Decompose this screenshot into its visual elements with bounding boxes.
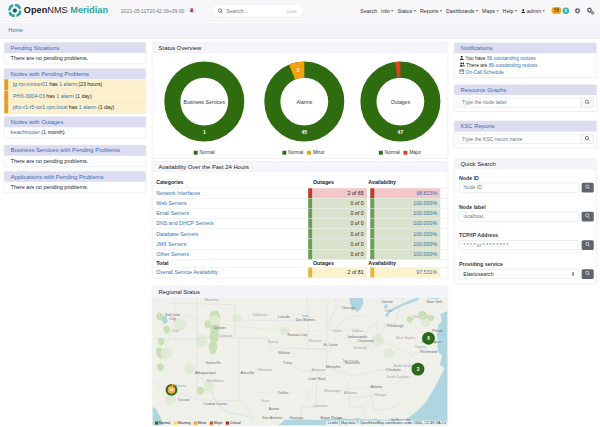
svg-text:Des Moines: Des Moines bbox=[296, 318, 316, 322]
svg-text:Tulsa: Tulsa bbox=[283, 361, 293, 365]
svg-text:Cincinnati: Cincinnati bbox=[357, 339, 373, 343]
svg-text:Georgia: Georgia bbox=[375, 393, 387, 397]
svg-text:47: 47 bbox=[398, 129, 404, 135]
svg-text:Little Rock: Little Rock bbox=[309, 377, 326, 381]
svg-text:45: 45 bbox=[301, 129, 307, 135]
svg-text:Indianapolis: Indianapolis bbox=[348, 335, 368, 339]
svg-text:Wyoming: Wyoming bbox=[204, 298, 218, 302]
svg-text:New Mexico: New Mexico bbox=[206, 379, 224, 383]
svg-text:Alarms: Alarms bbox=[296, 99, 312, 105]
svg-text:Minor: Minor bbox=[313, 150, 325, 155]
svg-text:St. Louis: St. Louis bbox=[323, 343, 338, 347]
svg-text:Chicago: Chicago bbox=[342, 306, 356, 310]
svg-text:Normal: Normal bbox=[288, 150, 303, 155]
svg-text:3: 3 bbox=[297, 68, 300, 73]
svg-text:Wichita: Wichita bbox=[278, 351, 291, 355]
svg-text:Atlanta: Atlanta bbox=[370, 385, 382, 389]
svg-text:Philad: Philad bbox=[432, 329, 442, 333]
svg-text:Indiana: Indiana bbox=[352, 329, 363, 333]
svg-text:San Antonio: San Antonio bbox=[262, 416, 282, 420]
svg-text:City: City bbox=[169, 317, 176, 321]
svg-text:Dallas: Dallas bbox=[278, 391, 288, 395]
svg-text:Alabama: Alabama bbox=[344, 391, 357, 395]
svg-text:Memphis: Memphis bbox=[326, 365, 341, 369]
svg-text:Houston: Houston bbox=[290, 416, 304, 420]
svg-text:Albuquerque: Albuquerque bbox=[195, 371, 216, 375]
svg-text:Missouri: Missouri bbox=[309, 339, 322, 343]
svg-text:Tennessee: Tennessee bbox=[342, 359, 358, 363]
svg-text:Nebraska: Nebraska bbox=[253, 313, 267, 317]
svg-text:Detroit: Detroit bbox=[382, 300, 393, 304]
svg-text:Mississippi: Mississippi bbox=[324, 389, 340, 393]
svg-text:Kentucky: Kentucky bbox=[353, 346, 367, 350]
svg-text:Oklahoma: Oklahoma bbox=[257, 368, 272, 372]
svg-text:Richmond: Richmond bbox=[420, 350, 437, 354]
svg-text:New York: New York bbox=[427, 300, 443, 304]
svg-text:Kansas: Kansas bbox=[268, 340, 279, 344]
svg-text:Tucson: Tucson bbox=[178, 398, 190, 402]
svg-text:Kansas City: Kansas City bbox=[287, 333, 307, 337]
svg-text:Virginia: Virginia bbox=[415, 345, 426, 349]
svg-text:Major: Major bbox=[409, 150, 421, 155]
svg-text:Illinois: Illinois bbox=[333, 329, 343, 333]
svg-text:Utah: Utah bbox=[172, 329, 179, 333]
svg-text:Normal: Normal bbox=[200, 150, 215, 155]
svg-text:Arkansas: Arkansas bbox=[311, 368, 325, 372]
svg-text:Salt Lake: Salt Lake bbox=[165, 313, 180, 317]
svg-text:Amarillo: Amarillo bbox=[241, 371, 254, 375]
svg-text:West Virginia: West Virginia bbox=[396, 336, 416, 340]
svg-text:1: 1 bbox=[203, 129, 206, 135]
svg-text:Louisiana: Louisiana bbox=[313, 404, 327, 408]
svg-text:Business Services: Business Services bbox=[184, 99, 226, 105]
svg-text:Denver: Denver bbox=[214, 326, 227, 330]
svg-text:Austin: Austin bbox=[269, 407, 279, 411]
svg-text:Normal: Normal bbox=[385, 150, 400, 155]
svg-text:6: 6 bbox=[427, 336, 430, 341]
svg-text:Colorado: Colorado bbox=[219, 334, 233, 338]
svg-text:Ohio: Ohio bbox=[385, 309, 392, 313]
svg-text:3: 3 bbox=[417, 367, 420, 372]
svg-text:Ciudad Juarez: Ciudad Juarez bbox=[203, 402, 227, 406]
svg-text:Iowa: Iowa bbox=[302, 314, 309, 318]
svg-text:Pittsburgh: Pittsburgh bbox=[387, 324, 404, 328]
svg-text:Charlotte: Charlotte bbox=[386, 368, 401, 372]
svg-text:Texas: Texas bbox=[261, 399, 270, 403]
svg-text:Outages: Outages bbox=[391, 99, 411, 105]
svg-text:Lincoln: Lincoln bbox=[278, 315, 290, 319]
svg-text:Baton Rouge: Baton Rouge bbox=[320, 416, 342, 420]
svg-text:South Carolina: South Carolina bbox=[387, 375, 409, 379]
svg-text:30: 30 bbox=[170, 388, 174, 392]
svg-text:Santa Fe: Santa Fe bbox=[206, 361, 221, 365]
